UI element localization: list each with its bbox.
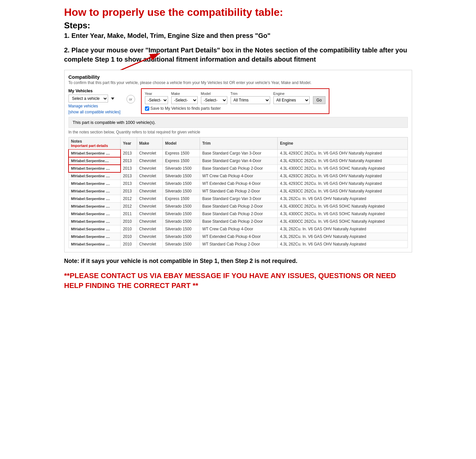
cell-notes: Mfrlabel:Serpentine ....: [69, 233, 121, 241]
or-circle: or: [126, 95, 135, 103]
cell-make: Chevrolet: [137, 195, 163, 203]
chevron-down-icon: [111, 98, 114, 100]
model-select[interactable]: -Select-: [201, 96, 227, 104]
go-button[interactable]: Go: [313, 96, 325, 104]
cell-make: Chevrolet: [137, 225, 163, 233]
cell-trim: Base Standard Cab Pickup 2-Door: [200, 203, 277, 210]
compat-top-row: My Vehicles Select a vehicle Manage vehi…: [69, 88, 408, 114]
year-select[interactable]: -Select-: [145, 96, 168, 104]
make-select[interactable]: -Select-: [171, 96, 198, 104]
cell-year: 2010: [121, 218, 137, 225]
cell-notes: Mfrlabel:Serpentine ....: [69, 150, 121, 157]
table-row: Mfrlabel:Serpentine ....2013ChevroletSil…: [69, 187, 407, 195]
ymm-section: Year -Select- Make -Select- Mo: [141, 88, 329, 114]
engine-select[interactable]: All Engines: [273, 96, 310, 104]
cell-engine: 4.3L 4293CC 262Cu. In. V6 GAS OHV Natura…: [278, 172, 408, 180]
cell-engine: 4.3L 262Cu. In. V6 GAS OHV Naturally Asp…: [278, 195, 408, 203]
cell-trim: Base Standard Cargo Van 4-Door: [200, 157, 277, 165]
table-row: Mfrlabel:Serpentine ....2010ChevroletSil…: [69, 241, 407, 248]
compatibility-box: Compatibility To confirm that this part …: [64, 70, 412, 252]
th-year: Year: [121, 137, 137, 150]
make-label: Make: [171, 92, 198, 96]
cell-model: Silverado 1500: [163, 203, 200, 210]
compat-table: Notes Important part details Year Make M…: [69, 137, 408, 248]
vehicle-select-dropdown[interactable]: Select a vehicle: [69, 95, 108, 102]
arrow-container: Compatibility To confirm that this part …: [64, 70, 412, 252]
table-row: Mfrlabel:Serpentine ....2010ChevroletSil…: [69, 225, 407, 233]
cell-model: Express 1500: [163, 195, 200, 203]
my-vehicles-label: My Vehicles: [69, 88, 121, 93]
my-vehicles-section: My Vehicles Select a vehicle Manage vehi…: [69, 88, 121, 114]
cell-model: Silverado 1500: [163, 187, 200, 195]
cell-model: Silverado 1500: [163, 218, 200, 225]
cell-trim: Base Standard Cab Pickup 2-Door: [200, 210, 277, 218]
cell-trim: Base Standard Cargo Van 3-Door: [200, 150, 277, 157]
cell-make: Chevrolet: [137, 157, 163, 165]
cell-make: Chevrolet: [137, 165, 163, 172]
cell-notes: Mfrlabel:Serpentine ....: [69, 241, 121, 248]
cell-notes: Mfrlabel:Serpentine ....: [69, 180, 121, 187]
notes-text: In the notes section below, Quantity ref…: [69, 130, 408, 134]
contact-text: **PLEASE CONTACT US VIA EBAY MESSAGE IF …: [64, 271, 412, 291]
cell-trim: WT Crew Cab Pickup 4-Door: [200, 172, 277, 180]
cell-notes: Mfrlabel:Serpentine ....: [69, 187, 121, 195]
cell-notes: Mfrlabel:Serpentine ....: [69, 210, 121, 218]
cell-model: Silverado 1500: [163, 165, 200, 172]
cell-make: Chevrolet: [137, 172, 163, 180]
save-checkbox[interactable]: [145, 106, 149, 111]
cell-year: 2013: [121, 180, 137, 187]
vehicle-select-row: Select a vehicle: [69, 95, 121, 102]
th-make: Make: [137, 137, 163, 150]
cell-year: 2012: [121, 203, 137, 210]
th-trim: Trim: [200, 137, 277, 150]
cell-year: 2012: [121, 195, 137, 203]
cell-make: Chevrolet: [137, 241, 163, 248]
th-engine: Engine: [278, 137, 408, 150]
table-row: Mfrlabel:Serpentine ....2011ChevroletSil…: [69, 210, 407, 218]
table-row: Mfrlabel:Serpentine ....2010ChevroletSil…: [69, 218, 407, 225]
cell-year: 2010: [121, 225, 137, 233]
cell-engine: 4.3L 262Cu. In. V6 GAS OHV Naturally Asp…: [278, 225, 408, 233]
trim-group: Trim All Trims: [231, 92, 270, 104]
main-title: How to properly use the compatibility ta…: [64, 6, 412, 18]
cell-make: Chevrolet: [137, 218, 163, 225]
cell-trim: WT Standard Cab Pickup 2-Door: [200, 241, 277, 248]
cell-trim: Base Standard Cargo Van 3-Door: [200, 195, 277, 203]
cell-engine: 4.3L 4300CC 262Cu. In. V6 GAS SOHC Natur…: [278, 210, 408, 218]
make-group: Make -Select-: [171, 92, 198, 104]
compat-title: Compatibility: [69, 74, 408, 80]
model-group: Model -Select-: [201, 92, 227, 104]
cell-trim: WT Extended Cab Pickup 4-Door: [200, 180, 277, 187]
trim-select[interactable]: All Trims: [231, 96, 270, 104]
cell-notes: Mfrlabel:Serpentine ....: [69, 195, 121, 203]
show-all-link[interactable]: [show all compatible vehicles]: [69, 110, 121, 114]
cell-model: Express 1500: [163, 150, 200, 157]
th-notes: Notes Important part details: [69, 137, 121, 150]
cell-make: Chevrolet: [137, 180, 163, 187]
cell-notes: Mfrlabel:Serpentine ....: [69, 225, 121, 233]
ymm-row: Year -Select- Make -Select- Mo: [145, 92, 325, 104]
cell-trim: WT Extended Cab Pickup 4-Door: [200, 233, 277, 241]
cell-trim: WT Crew Cab Pickup 4-Door: [200, 225, 277, 233]
cell-year: 2011: [121, 210, 137, 218]
trim-label: Trim: [231, 92, 270, 96]
manage-vehicles-link[interactable]: Manage vehicles: [69, 104, 121, 108]
year-label: Year: [145, 92, 168, 96]
table-row: Mfrlabel:Serpentine ....2013ChevroletSil…: [69, 165, 407, 172]
save-checkbox-row: Save to My Vehicles to finds parts faste…: [145, 106, 325, 111]
cell-make: Chevrolet: [137, 150, 163, 157]
cell-engine: 4.3L 4293CC 262Cu. In. V6 GAS OHV Natura…: [278, 157, 408, 165]
cell-model: Silverado 1500: [163, 172, 200, 180]
save-label: Save to My Vehicles to finds parts faste…: [151, 106, 221, 111]
table-row: Mfrlabel:Serpentine ....2012ChevroletExp…: [69, 195, 407, 203]
cell-make: Chevrolet: [137, 187, 163, 195]
cell-notes: Mfrlabel:Serpentine ....: [69, 165, 121, 172]
cell-make: Chevrolet: [137, 210, 163, 218]
year-group: Year -Select-: [145, 92, 168, 104]
cell-notes: Mfrlabel:Serpentine....: [69, 157, 121, 165]
th-model: Model: [163, 137, 200, 150]
cell-notes: Mfrlabel:Serpentine ....: [69, 203, 121, 210]
cell-trim: Base Standard Cab Pickup 2-Door: [200, 165, 277, 172]
cell-model: Silverado 1500: [163, 225, 200, 233]
table-row: Mfrlabel:Serpentine ....2012ChevroletSil…: [69, 203, 407, 210]
